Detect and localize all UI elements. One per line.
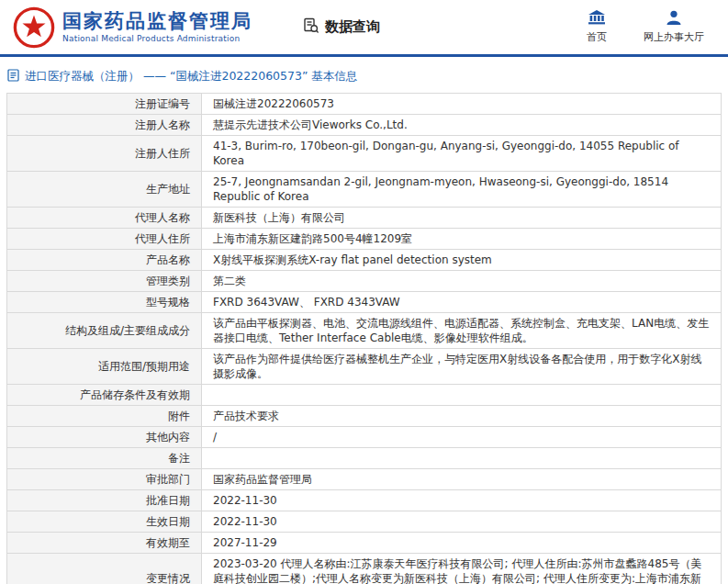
- row-label: 产品储存条件及有效期: [7, 385, 202, 406]
- home-icon: [588, 10, 606, 28]
- row-value: /: [202, 427, 722, 448]
- home-label: 首页: [587, 30, 607, 44]
- header-links: 首页 网上办事大厅: [587, 10, 715, 44]
- table-row: 生效日期2022-11-30: [7, 511, 722, 533]
- agency-block: 国家药品监督管理局 National Medical Products Admi…: [62, 11, 252, 43]
- table-row: 有效期至2027-11-29: [7, 533, 722, 554]
- row-value: 2027-11-29: [202, 533, 722, 554]
- row-label: 变更情况: [7, 554, 202, 584]
- table-row: 批准日期2022-11-30: [7, 490, 722, 511]
- online-hall-link[interactable]: 网上办事大厅: [644, 10, 704, 44]
- table-row: 代理人名称新医科技（上海）有限公司: [7, 208, 722, 229]
- online-hall-label: 网上办事大厅: [644, 30, 704, 44]
- row-label: 备注: [7, 448, 202, 469]
- row-value: 该产品作为部件提供给医疗器械整机生产企业，与特定医用X射线设备各配合使用，用于数…: [202, 349, 722, 385]
- row-value: 国械注进20222060573: [202, 94, 722, 115]
- info-table-body: 注册证编号国械注进20222060573注册人名称慧提示先进技术公司Viewor…: [7, 94, 722, 584]
- row-label: 结构及组成/主要组成成分: [7, 313, 202, 349]
- row-label: 生产地址: [7, 172, 202, 208]
- row-value: 产品技术要求: [202, 406, 722, 427]
- row-value: FXRD 3643VAW、 FXRD 4343VAW: [202, 292, 722, 313]
- home-link[interactable]: 首页: [587, 10, 607, 44]
- row-value: 慧提示先进技术公司Vieworks Co.,Ltd.: [202, 115, 722, 136]
- row-value: 该产品由平板探测器、电池、交流电源线组件、电源适配器、系统控制盒、充电支架、LA…: [202, 313, 722, 349]
- row-value: 2022-11-30: [202, 490, 722, 511]
- row-label: 注册证编号: [7, 94, 202, 115]
- table-row: 代理人住所上海市浦东新区建韵路500号4幢1209室: [7, 229, 722, 250]
- row-label: 生效日期: [7, 511, 202, 533]
- row-label: 代理人名称: [7, 208, 202, 229]
- user-icon: [666, 10, 682, 28]
- breadcrumb: 进口医疗器械（注册） —— “国械注进20222060573” 基本信息: [7, 69, 728, 84]
- data-query-label: 数据查询: [325, 18, 380, 36]
- row-value: 国家药品监督管理局: [202, 469, 722, 490]
- table-row: 适用范围/预期用途该产品作为部件提供给医疗器械整机生产企业，与特定医用X射线设备…: [7, 349, 722, 385]
- data-query-icon: [303, 17, 319, 38]
- table-row: 其他内容/: [7, 427, 722, 448]
- row-value: [202, 385, 722, 406]
- row-label: 产品名称: [7, 250, 202, 271]
- table-row: 产品名称X射线平板探测系统X-ray flat panel detection …: [7, 250, 722, 271]
- table-row: 变更情况2023-03-20 代理人名称由:江苏康泰天年医疗科技有限公司; 代理…: [7, 554, 722, 584]
- row-label: 审批部门: [7, 469, 202, 490]
- table-row: 附件产品技术要求: [7, 406, 722, 427]
- table-row: 审批部门国家药品监督管理局: [7, 469, 722, 490]
- header: 国家药品监督管理局 National Medical Products Admi…: [0, 0, 728, 57]
- table-row: 管理类别第二类: [7, 271, 722, 292]
- table-row: 产品储存条件及有效期: [7, 385, 722, 406]
- table-row: 型号规格FXRD 3643VAW、 FXRD 4343VAW: [7, 292, 722, 313]
- row-label: 型号规格: [7, 292, 202, 313]
- registration-info-table: 注册证编号国械注进20222060573注册人名称慧提示先进技术公司Viewor…: [6, 93, 722, 584]
- table-row: 注册人住所41-3, Burim-ro, 170beon-gil, Dongan…: [7, 136, 722, 172]
- row-label: 适用范围/预期用途: [7, 349, 202, 385]
- row-label: 注册人住所: [7, 136, 202, 172]
- table-row: 结构及组成/主要组成成分该产品由平板探测器、电池、交流电源线组件、电源适配器、系…: [7, 313, 722, 349]
- row-label: 其他内容: [7, 427, 202, 448]
- row-value: X射线平板探测系统X-ray flat panel detection syst…: [202, 250, 722, 271]
- row-label: 注册人名称: [7, 115, 202, 136]
- row-value: 25-7, Jeongnamsandan 2-gil, Jeongnam-mye…: [202, 172, 722, 208]
- document-icon: [7, 69, 19, 84]
- table-row: 注册人名称慧提示先进技术公司Vieworks Co.,Ltd.: [7, 115, 722, 136]
- table-row: 备注: [7, 448, 722, 469]
- row-value: 新医科技（上海）有限公司: [202, 208, 722, 229]
- row-value: [202, 448, 722, 469]
- table-row: 注册证编号国械注进20222060573: [7, 94, 722, 115]
- row-label: 管理类别: [7, 271, 202, 292]
- table-row: 生产地址25-7, Jeongnamsandan 2-gil, Jeongnam…: [7, 172, 722, 208]
- row-value: 第二类: [202, 271, 722, 292]
- row-value: 上海市浦东新区建韵路500号4幢1209室: [202, 229, 722, 250]
- nav-data-query[interactable]: 数据查询: [303, 17, 380, 38]
- row-label: 有效期至: [7, 533, 202, 554]
- agency-title: 国家药品监督管理局: [62, 11, 252, 32]
- row-value: 2022-11-30: [202, 511, 722, 533]
- row-label: 代理人住所: [7, 229, 202, 250]
- breadcrumb-text: 进口医疗器械（注册） —— “国械注进20222060573” 基本信息: [25, 69, 357, 84]
- nmpa-emblem-logo: [13, 6, 55, 49]
- row-label: 批准日期: [7, 490, 202, 511]
- row-value: 2023-03-20 代理人名称由:江苏康泰天年医疗科技有限公司; 代理人住所由…: [202, 554, 722, 584]
- agency-subtitle: National Medical Products Administration: [62, 34, 252, 43]
- row-label: 附件: [7, 406, 202, 427]
- row-value: 41-3, Burim-ro, 170beon-gil, Dongan-gu, …: [202, 136, 722, 172]
